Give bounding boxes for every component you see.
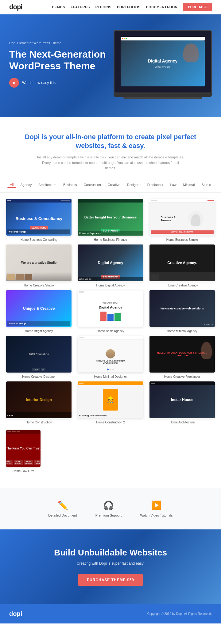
filter-tab-all[interactable]: All [7, 182, 16, 188]
screen-title: Digital Agency [148, 59, 178, 63]
demo-thumb-creative-freelancer: HELLO! I'M JUAN, DESIGNER & CREATIVE DIR… [149, 336, 215, 373]
bba-content: We Are Your Digital Agency [99, 301, 122, 321]
thumb-label-biz-finance: Better Insight For Your Business [84, 215, 137, 219]
nav-plugins[interactable]: PLUGINS [95, 5, 111, 9]
ba-label: Unique & Creative [23, 306, 55, 311]
demo-card-minimal-designer[interactable]: Hello, I'm Juan, a self-taught UI/UX des… [78, 336, 143, 378]
cs-footer [6, 272, 72, 281]
bba-label: Digital Agency [99, 305, 122, 309]
demo-card-architecture[interactable]: Instar House Home Architecture [149, 381, 215, 424]
footer-copyright: Copyright © 2019 by Dopi. All Rights Res… [147, 612, 212, 616]
cta-purchase-button[interactable]: PURCHASE THEME $59 [78, 574, 143, 586]
filter-tabs: All Agency Architecture Business Contruc… [0, 177, 221, 193]
filter-tab-studio[interactable]: Studio [199, 182, 214, 188]
screen-inner-content: Digital Agency What We Do [148, 59, 178, 68]
feature-item-support: 🎧 Premium Support [95, 500, 122, 517]
nav-features[interactable]: FEATURES [71, 5, 90, 9]
purchase-button[interactable]: PURCHASE [183, 3, 212, 11]
demo-card-creative-studio[interactable]: We are a creative Studio Home Creative S… [6, 244, 72, 287]
filter-tab-agency[interactable]: Agency [18, 182, 34, 188]
filter-tab-minimal[interactable]: Minimal [181, 182, 197, 188]
filter-tab-creative[interactable]: Creative [105, 182, 123, 188]
demo-thumb-bright-agency: Unique & Creative Welcome to Dopi [6, 290, 72, 327]
demo-card-construction[interactable]: Interior Design ■ ■ ■ ■ Home Constructio… [6, 381, 72, 424]
demo-card-creative-agency[interactable]: Creative Agency. Home Creative Agency [149, 244, 215, 287]
nav-portfolios[interactable]: PORTFOLIOS [117, 5, 141, 9]
filter-tab-business[interactable]: Business [61, 182, 79, 188]
demo-thumb-biz-finance: Better Insight For Your Business GET STA… [78, 199, 143, 236]
demo-card-creative-designer[interactable]: 2015 Education 120+ 34 Home Creative Des… [6, 336, 72, 378]
filter-tab-law[interactable]: Law [168, 182, 179, 188]
screen-header [121, 37, 205, 40]
bba-logo [79, 291, 84, 293]
demo-title-15: Home Law Firm [6, 469, 41, 473]
feature-item-docs: ✏️ Detailed Document [48, 500, 77, 517]
thumb-cta-btn: LEARN MORE [30, 226, 48, 229]
stat2: 34 [41, 368, 46, 371]
cd-stats: 120+ 34 [7, 368, 70, 371]
hero-play[interactable]: ▶ Watch how easy it is [9, 78, 107, 88]
demo-title-1: Home Business Finance [78, 238, 143, 241]
demos-row-6: The Firm You Can Trust 1000+Cases 14285+… [6, 427, 215, 476]
hero-subtitle: Dopi Elementor WordPress Theme [9, 41, 107, 45]
demos-row-4: 2015 Education 120+ 34 Home Creative Des… [6, 336, 215, 378]
avatar-shape [191, 214, 200, 226]
thumb-label-biz-consult: Business & Consultancy [15, 216, 62, 221]
hero-figure [183, 44, 199, 62]
cd-label: 2015 Education [29, 353, 49, 356]
demo-title-5: Home Creative Agency [149, 284, 215, 287]
filter-tab-designer[interactable]: Designer [125, 182, 143, 188]
demo-title-13: Home Construction 2 [78, 421, 143, 424]
filter-tab-contruction[interactable]: Contruction [81, 182, 103, 188]
demo-card-law-firm[interactable]: The Firm You Can Trust 1000+Cases 14285+… [6, 430, 41, 473]
md-label: Hello, I'm Juan, a self-taught UI/UX des… [95, 360, 126, 364]
filter-tab-architecture[interactable]: Architecture [36, 182, 59, 188]
demo-card-construction2[interactable]: 👷 Building The New World Home Constructi… [78, 381, 143, 424]
logo[interactable]: dopi [9, 3, 22, 11]
da-label: Digital Agency [98, 261, 123, 265]
bs-text: Business & Finance [161, 216, 185, 222]
demo-title-6: Home Bright Agency [6, 329, 72, 333]
demo-card-biz-consult[interactable]: Business & Consultancy LEARN MORE Welcom… [6, 199, 72, 241]
nav-documentation[interactable]: DOCUMENTATION [146, 5, 178, 9]
demo-card-digital-agency[interactable]: Digital Agency LEARN MORE What We Do Hom… [78, 244, 143, 287]
c2-nav [78, 381, 143, 385]
arch-nav [149, 381, 215, 385]
demo-thumb-creative-agency: Creative Agency. [149, 244, 215, 281]
arch-logo [151, 383, 155, 384]
demo-title-10: Home Minimal Designer [78, 375, 143, 378]
filter-tab-freelancer[interactable]: Freelancer [145, 182, 166, 188]
hero-text: Dopi Elementor WordPress Theme The Next-… [9, 41, 107, 88]
feature-label-tutorials: Watch Video Tutorials [140, 513, 173, 517]
demo-card-bright-agency[interactable]: Unique & Creative Welcome to Dopi Home B… [6, 290, 72, 333]
lf-stat3: 4300+Awards [24, 460, 33, 465]
demos-row-5: Interior Design ■ ■ ■ ■ Home Constructio… [6, 381, 215, 424]
demo-thumb-minimal-designer: Hello, I'm Juan, a self-taught UI/UX des… [78, 336, 143, 373]
lf-stat4: 4300+More [34, 460, 41, 465]
con-stat: ■ ■ ■ ■ [7, 414, 14, 416]
demo-card-creative-freelancer[interactable]: HELLO! I'M JUAN, DESIGNER & CREATIVE DIR… [149, 336, 215, 378]
bs-avatar [188, 211, 204, 226]
nav-demos[interactable]: DEMOS [52, 5, 65, 9]
bs-content: Business & Finance [161, 211, 204, 226]
demo-card-biz-simple[interactable]: Business & Finance GET IN TOUCH NOW! Hom… [149, 199, 215, 241]
features-strip: ✏️ Detailed Document 🎧 Premium Support ▶… [0, 488, 221, 529]
c2-title: Building The New World [79, 414, 107, 417]
screen-dot-red [122, 38, 123, 39]
tagline-description: Install any demo or template with a sing… [37, 155, 184, 171]
dot1 [107, 369, 109, 370]
nav-links: DEMOS FEATURES PLUGINS PORTFOLIOS DOCUME… [52, 3, 212, 11]
demos-row-1: Business & Consultancy LEARN MORE Welcom… [6, 199, 215, 241]
demo-title-7: Home Basic Agency [78, 329, 143, 333]
demo-card-minimal-agency[interactable]: We create creative web solutions About U… [149, 290, 215, 333]
ma-label: We create creative web solutions [157, 304, 207, 313]
demo-card-basic-agency[interactable]: We Are Your Digital Agency Home Basic Ag… [78, 290, 143, 333]
play-button[interactable]: ▶ [9, 78, 19, 88]
demos-row-2: We are a creative Studio Home Creative S… [6, 244, 215, 287]
tagline-heading: Dopi is your all-in-one platform to crea… [9, 133, 212, 150]
demo-title-11: Home Creative Freelancer [149, 375, 215, 378]
cta-title: Build Unbuildable Websites [9, 548, 212, 558]
lf-label: The Firm You Can Trust [6, 447, 41, 450]
demo-card-biz-finance[interactable]: Better Insight For Your Business GET STA… [78, 199, 143, 241]
screen-content: Digital Agency What We Do [121, 40, 205, 86]
